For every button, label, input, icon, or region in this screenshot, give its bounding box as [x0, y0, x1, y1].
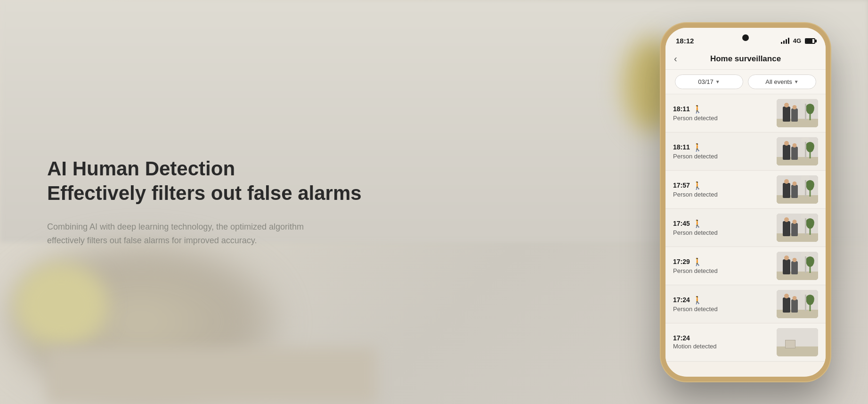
- phone-screen: 18:12 4G ‹ Home surveilla: [665, 28, 826, 377]
- event-info: 17:57 🚶 Person detected: [673, 181, 771, 198]
- event-thumbnail: [777, 290, 818, 318]
- left-content-area: AI Human Detection Effectively filters o…: [47, 156, 377, 247]
- person-detection-icon: 🚶: [693, 257, 702, 266]
- person-detection-icon: 🚶: [693, 219, 702, 228]
- event-time: 17:29 🚶: [673, 257, 771, 266]
- phone-device: 18:12 4G ‹ Home surveilla: [661, 23, 830, 381]
- event-type: Person detected: [673, 305, 771, 313]
- event-item[interactable]: 17:29 🚶 Person detected: [665, 247, 826, 285]
- date-filter-chevron: ▼: [715, 79, 720, 84]
- battery-icon: [805, 38, 815, 44]
- event-type: Person detected: [673, 191, 771, 198]
- event-thumbnail: [777, 214, 818, 242]
- phone-camera: [742, 34, 749, 41]
- events-filter-chevron: ▼: [794, 79, 799, 84]
- event-type: Motion detected: [673, 343, 771, 350]
- event-item[interactable]: 18:11 🚶 Person detected: [665, 132, 826, 171]
- event-info: 17:24 Motion detected: [673, 334, 771, 350]
- event-thumbnail: [777, 99, 818, 127]
- event-time: 18:11 🚶: [673, 105, 771, 114]
- event-info: 17:24 🚶 Person detected: [673, 296, 771, 313]
- person-detection-icon: 🚶: [693, 181, 702, 190]
- status-icons: 4G: [781, 37, 815, 44]
- status-time: 18:12: [676, 37, 694, 45]
- event-info: 17:29 🚶 Person detected: [673, 257, 771, 274]
- date-filter-label: 03/17: [698, 78, 714, 85]
- event-type: Person detected: [673, 115, 771, 122]
- event-thumbnail: [777, 137, 818, 165]
- main-title: AI Human Detection Effectively filters o…: [47, 156, 377, 206]
- event-item[interactable]: 17:24 🚶 Person detected: [665, 285, 826, 323]
- event-type: Person detected: [673, 229, 771, 236]
- person-detection-icon: 🚶: [693, 296, 702, 305]
- events-filter-label: All events: [765, 78, 792, 85]
- events-filter-button[interactable]: All events ▼: [748, 74, 816, 89]
- event-info: 18:11 🚶 Person detected: [673, 143, 771, 160]
- event-thumbnail: [777, 328, 818, 356]
- filter-bar: 03/17 ▼ All events ▼: [665, 70, 826, 94]
- date-filter-button[interactable]: 03/17 ▼: [675, 74, 743, 89]
- event-item[interactable]: 17:24 Motion detected: [665, 323, 826, 362]
- event-item[interactable]: 17:57 🚶 Person detected: [665, 171, 826, 209]
- app-header: ‹ Home surveillance: [665, 50, 826, 70]
- event-thumbnail: [777, 175, 818, 204]
- event-type: Person detected: [673, 153, 771, 160]
- phone-wrapper: 18:12 4G ‹ Home surveilla: [661, 23, 830, 381]
- event-time: 17:24: [673, 334, 771, 342]
- event-thumbnail: [777, 252, 818, 280]
- back-button[interactable]: ‹: [674, 53, 677, 64]
- event-info: 17:45 🚶 Person detected: [673, 219, 771, 236]
- event-time: 18:11 🚶: [673, 143, 771, 152]
- app-title: Home surveillance: [710, 54, 781, 64]
- network-label: 4G: [793, 37, 801, 44]
- event-type: Person detected: [673, 267, 771, 274]
- events-list: 18:11 🚶 Person detected: [665, 94, 826, 377]
- event-info: 18:11 🚶 Person detected: [673, 105, 771, 122]
- event-item[interactable]: 18:11 🚶 Person detected: [665, 94, 826, 132]
- signal-icon: [781, 38, 789, 44]
- event-time: 17:45 🚶: [673, 219, 771, 228]
- person-detection-icon: 🚶: [693, 105, 702, 114]
- event-time: 17:57 🚶: [673, 181, 771, 190]
- subtitle-text: Combining AI with deep learning technolo…: [47, 220, 320, 247]
- event-item[interactable]: 17:45 🚶 Person detected: [665, 209, 826, 247]
- event-time: 17:24 🚶: [673, 296, 771, 305]
- person-detection-icon: 🚶: [693, 143, 702, 152]
